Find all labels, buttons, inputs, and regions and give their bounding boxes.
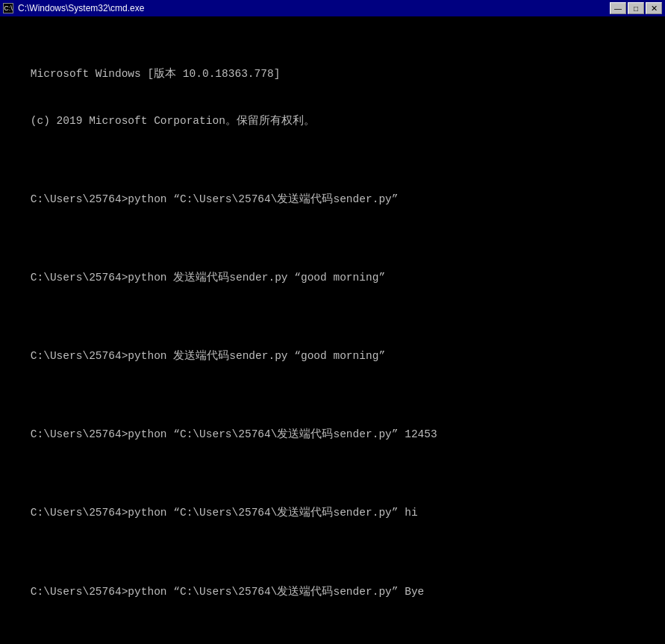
- cmd-line-12: C:\Users\25764>python “C:\Users\25764\发送…: [31, 507, 418, 519]
- cmd-line-2: (c) 2019 Microsoft Corporation。保留所有权利。: [31, 115, 315, 127]
- maximize-button[interactable]: □: [628, 2, 644, 14]
- title-bar: C:\ C:\Windows\System32\cmd.exe — □ ✕: [0, 0, 665, 16]
- top-section: Microsoft Windows [版本 10.0.18363.778] (c…: [4, 51, 661, 644]
- cmd-line-10: C:\Users\25764>python “C:\Users\25764\发送…: [31, 428, 437, 440]
- cmd-line-8: C:\Users\25764>python 发送端代码sender.py “go…: [31, 350, 385, 362]
- window-title: C:\Windows\System32\cmd.exe: [18, 3, 144, 13]
- minimize-button[interactable]: —: [610, 2, 626, 14]
- cmd-line-1: Microsoft Windows [版本 10.0.18363.778]: [31, 68, 281, 80]
- cmd-line-6: C:\Users\25764>python 发送端代码sender.py “go…: [31, 272, 385, 284]
- title-bar-left: C:\ C:\Windows\System32\cmd.exe: [3, 3, 144, 13]
- title-bar-controls: — □ ✕: [610, 2, 662, 14]
- close-button[interactable]: ✕: [646, 2, 662, 14]
- cmd-icon: C:\: [3, 3, 13, 13]
- cmd-body: Microsoft Windows [版本 10.0.18363.778] (c…: [0, 16, 665, 644]
- cmd-line-4: C:\Users\25764>python “C:\Users\25764\发送…: [31, 193, 399, 205]
- cmd-line-14: C:\Users\25764>python “C:\Users\25764\发送…: [31, 586, 424, 598]
